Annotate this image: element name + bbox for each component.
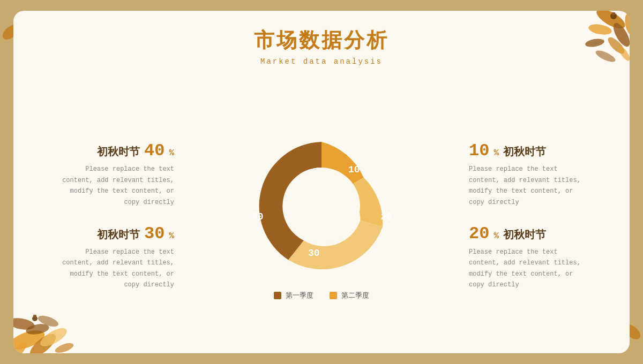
left-panel: 初秋时节 40 % Please replace the textcontent… bbox=[35, 141, 174, 290]
left-stat-2-percent: % bbox=[169, 231, 174, 241]
legend-dot-1 bbox=[274, 292, 281, 299]
chart-label-30: 30 bbox=[308, 248, 320, 259]
left-stat-1-desc: Please replace the textcontent, add rele… bbox=[62, 164, 174, 208]
right-stat-1-number: 10 bbox=[469, 141, 489, 161]
chart-label-20: 20 bbox=[380, 211, 392, 222]
right-stat-2-desc: Please replace the textcontent, add rele… bbox=[469, 247, 581, 291]
right-stat-2-number: 20 bbox=[469, 224, 489, 244]
legend-item-1: 第一季度 bbox=[274, 291, 313, 300]
donut-hole bbox=[283, 168, 360, 245]
left-stat-1-label: 初秋时节 bbox=[97, 145, 140, 159]
left-stat-2-label: 初秋时节 bbox=[97, 228, 140, 242]
legend-item-2: 第二季度 bbox=[330, 291, 369, 300]
legend-dot-2 bbox=[330, 292, 337, 299]
chart-label-10: 10 bbox=[348, 164, 360, 175]
right-stat-2-header: 20 % 初秋时节 bbox=[469, 224, 546, 244]
main-card: 市场数据分析 Market data analysis 初秋时节 40 % Pl… bbox=[13, 11, 630, 353]
right-stat-1-label: 初秋时节 bbox=[503, 145, 546, 159]
right-stat-1-header: 10 % 初秋时节 bbox=[469, 141, 546, 161]
right-stat-2: 20 % 初秋时节 Please replace the textcontent… bbox=[469, 224, 608, 291]
donut-svg bbox=[246, 131, 397, 281]
chart-label-40: 40 bbox=[252, 211, 264, 222]
left-stat-2-header: 初秋时节 30 % bbox=[97, 224, 174, 244]
right-panel: 10 % 初秋时节 Please replace the textcontent… bbox=[469, 141, 608, 290]
left-stat-1-percent: % bbox=[169, 148, 174, 158]
donut-chart: 10 20 30 40 bbox=[246, 131, 397, 281]
content-area: 初秋时节 40 % Please replace the textcontent… bbox=[13, 71, 630, 353]
right-stat-2-percent: % bbox=[494, 231, 499, 241]
left-stat-2: 初秋时节 30 % Please replace the textcontent… bbox=[35, 224, 174, 291]
chart-area: 10 20 30 40 第一季度 第二季度 bbox=[220, 131, 423, 300]
left-stat-2-desc: Please replace the textcontent, add rele… bbox=[62, 247, 174, 291]
chart-legend: 第一季度 第二季度 bbox=[274, 291, 369, 300]
right-stat-1-percent: % bbox=[494, 148, 499, 158]
page-title-zh: 市场数据分析 bbox=[13, 27, 630, 54]
page-title-en: Market data analysis bbox=[13, 57, 630, 66]
right-stat-2-label: 初秋时节 bbox=[503, 228, 546, 242]
page-header: 市场数据分析 Market data analysis bbox=[13, 11, 630, 71]
legend-label-1: 第一季度 bbox=[286, 291, 313, 300]
right-stat-1-desc: Please replace the textcontent, add rele… bbox=[469, 164, 581, 208]
left-stat-1-header: 初秋时节 40 % bbox=[97, 141, 174, 161]
left-stat-2-number: 30 bbox=[144, 224, 165, 244]
right-stat-1: 10 % 初秋时节 Please replace the textcontent… bbox=[469, 141, 608, 208]
legend-label-2: 第二季度 bbox=[341, 291, 369, 300]
left-stat-1-number: 40 bbox=[144, 141, 165, 161]
left-stat-1: 初秋时节 40 % Please replace the textcontent… bbox=[35, 141, 174, 208]
